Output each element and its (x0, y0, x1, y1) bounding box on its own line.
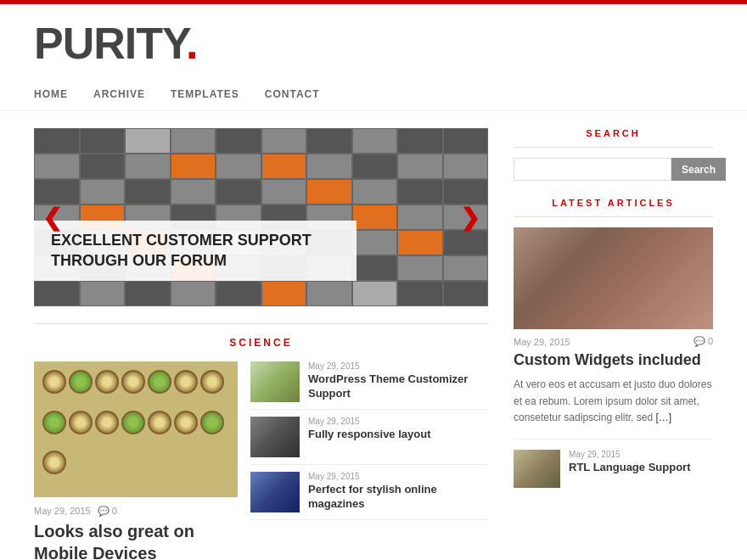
sidebar: SEARCH Search LATEST ARTICLES May 29, 20… (514, 128, 713, 560)
sidebar-latest-section: LATEST ARTICLES May 29, 2015 💬 0 Custom … (514, 198, 713, 488)
site-title-dot: . (186, 19, 197, 68)
article-list-title-2[interactable]: Perfect for stylish online magazines (308, 483, 488, 512)
slider-prev-button[interactable]: ❮ (42, 204, 62, 232)
articles-list: May 29, 2015 WordPress Theme Customizer … (250, 361, 488, 560)
sidebar-small-article: May 29, 2015 RTL Language Support (514, 439, 713, 488)
site-header: PURITY. (0, 4, 747, 87)
sidebar-main-article-comments: 💬 0 (694, 336, 713, 347)
search-form: Search (514, 158, 713, 181)
sidebar-main-article-date: May 29, 2015 (514, 337, 570, 347)
search-input[interactable] (514, 158, 671, 181)
nav-item-archive[interactable]: ARCHIVE (93, 87, 145, 100)
article-list-title-0[interactable]: WordPress Theme Customizer Support (308, 372, 488, 401)
featured-article-meta: May 29, 2015 💬 0 (34, 506, 238, 517)
page-layout: EXCELLENT CUSTOMER SUPPORT THROUGH OUR F… (0, 111, 747, 560)
article-thumb-2 (250, 472, 300, 512)
featured-article-date: May 29, 2015 (34, 506, 91, 516)
site-title: PURITY. (34, 21, 713, 65)
hero-slider: EXCELLENT CUSTOMER SUPPORT THROUGH OUR F… (34, 128, 488, 306)
sidebar-search-title: SEARCH (514, 128, 713, 148)
list-item: May 29, 2015 Fully responsive layout (250, 417, 488, 465)
skeleton-image (514, 227, 713, 329)
nav-item-contact[interactable]: CONTACT (265, 87, 320, 100)
comment-icon: 💬 (98, 506, 110, 516)
featured-article: May 29, 2015 💬 0 Looks also great on Mob… (34, 361, 238, 560)
article-list-content-2: May 29, 2015 Perfect for stylish online … (308, 472, 488, 512)
comment-icon: 💬 (694, 336, 705, 346)
list-item: May 29, 2015 WordPress Theme Customizer … (250, 361, 488, 410)
sidebar-main-article-meta: May 29, 2015 💬 0 (514, 336, 713, 347)
main-content: EXCELLENT CUSTOMER SUPPORT THROUGH OUR F… (34, 128, 488, 560)
nav-item-home[interactable]: HOME (34, 87, 68, 100)
featured-article-comments: 0 (112, 506, 117, 516)
sidebar-small-article-meta: May 29, 2015 (569, 450, 690, 459)
slider-caption-text: EXCELLENT CUSTOMER SUPPORT THROUGH OUR F… (51, 231, 340, 271)
sushi-image (34, 361, 238, 497)
nav-item-templates[interactable]: TEMPLATES (171, 87, 239, 100)
articles-grid: May 29, 2015 💬 0 Looks also great on Mob… (34, 361, 488, 560)
sidebar-small-article-title[interactable]: RTL Language Support (569, 461, 690, 475)
sidebar-search-section: SEARCH Search (514, 128, 713, 181)
article-thumb-0 (250, 361, 300, 402)
article-meta-0: May 29, 2015 (308, 361, 488, 371)
article-list-content-0: May 29, 2015 WordPress Theme Customizer … (308, 361, 488, 401)
sidebar-small-article-image (514, 450, 560, 488)
article-meta-2: May 29, 2015 (308, 472, 488, 481)
article-list-content-1: May 29, 2015 Fully responsive layout (308, 417, 488, 442)
main-nav: HOME ARCHIVE TEMPLATES CONTACT (0, 87, 747, 111)
sidebar-latest-title: LATEST ARTICLES (514, 198, 713, 217)
sidebar-main-article-excerpt: At vero eos et accusam et justo duo dolo… (514, 377, 713, 426)
article-thumb-1 (250, 417, 300, 457)
search-button[interactable]: Search (671, 158, 726, 181)
list-item: May 29, 2015 Perfect for stylish online … (250, 472, 488, 520)
article-list-title-1[interactable]: Fully responsive layout (308, 428, 488, 442)
featured-article-title[interactable]: Looks also great on Mobile Devices (34, 520, 238, 560)
sidebar-main-article-image (514, 227, 713, 329)
sidebar-small-article-content: May 29, 2015 RTL Language Support (569, 450, 690, 475)
slider-caption: EXCELLENT CUSTOMER SUPPORT THROUGH OUR F… (34, 221, 357, 281)
article-meta-1: May 29, 2015 (308, 417, 488, 426)
slider-next-button[interactable]: ❯ (460, 204, 480, 232)
featured-article-image (34, 361, 238, 497)
section-title-science: SCIENCE (34, 323, 488, 349)
sidebar-main-article-title[interactable]: Custom Widgets included (514, 350, 713, 370)
site-title-text: PURITY (34, 19, 186, 68)
